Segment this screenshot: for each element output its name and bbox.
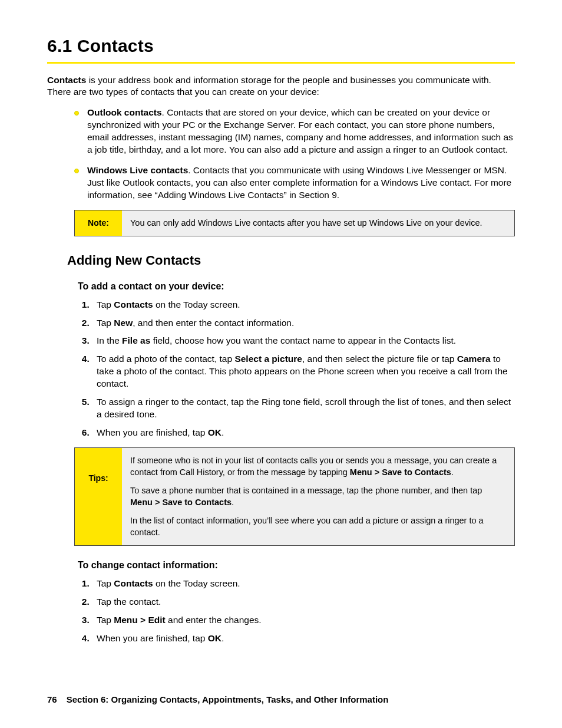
bullet-bold: Windows Live contacts — [87, 165, 188, 175]
step-bold: Camera — [457, 354, 491, 364]
footer-section: Section 6: Organizing Contacts, Appointm… — [67, 694, 389, 704]
step-text: Tap — [97, 318, 114, 328]
list-item: Windows Live contacts. Contacts that you… — [74, 164, 515, 202]
step-bold: Select a picture — [234, 354, 302, 364]
step-text: Tap the contact. — [97, 597, 161, 607]
list-item: Outlook contacts. Contacts that are stor… — [74, 107, 515, 156]
tip-paragraph: To save a phone number that is contained… — [130, 485, 506, 508]
step-text: Tap — [97, 299, 114, 309]
step-item: To assign a ringer to the contact, tap t… — [92, 396, 515, 421]
tip-text: . — [451, 467, 454, 477]
tips-body: If someone who is not in your list of co… — [122, 448, 514, 545]
subheading-adding-contacts: Adding New Contacts — [67, 252, 515, 269]
tip-bold: Menu > Save to Contacts — [130, 498, 232, 507]
step-bold: Menu > Edit — [114, 615, 165, 625]
page-footer: 76Section 6: Organizing Contacts, Appoin… — [47, 694, 388, 706]
tip-bold: Menu > Save to Contacts — [350, 467, 451, 477]
step-text: and enter the changes. — [166, 615, 262, 625]
step-bold: OK — [208, 427, 222, 437]
step-text: When you are finished, tap — [97, 633, 208, 643]
step-bold: Contacts — [114, 299, 153, 309]
step-item: Tap the contact. — [92, 596, 515, 608]
heading-rule — [47, 62, 515, 64]
step-item: Tap Menu > Edit and enter the changes. — [92, 614, 515, 627]
note-callout: Note: You can only add Windows Live cont… — [74, 210, 515, 237]
step-text: . — [222, 633, 224, 643]
step-item: In the File as field, choose how you wan… — [92, 335, 515, 347]
step-text: on the Today screen. — [153, 299, 240, 309]
steps-add-contact: Tap Contacts on the Today screen. Tap Ne… — [92, 299, 515, 439]
page-number: 76 — [47, 694, 57, 704]
step-text: field, choose how you want the contact n… — [150, 335, 456, 345]
task-heading-change-contact: To change contact information: — [78, 559, 515, 572]
step-bold: New — [114, 318, 133, 328]
step-text: When you are finished, tap — [97, 427, 208, 437]
step-text: . — [222, 427, 224, 437]
tips-label: Tips: — [75, 448, 122, 545]
tip-text: In the list of contact information, you’… — [130, 516, 484, 537]
tips-callout: Tips: If someone who is not in your list… — [74, 447, 515, 546]
task-heading-add-contact: To add a contact on your device: — [78, 280, 515, 293]
step-text: To assign a ringer to the contact, tap t… — [97, 397, 511, 419]
page: 6.1 Contacts Contacts is your address bo… — [0, 0, 562, 728]
step-text: on the Today screen. — [153, 578, 240, 588]
tip-paragraph: If someone who is not in your list of co… — [130, 455, 506, 478]
step-text: In the — [97, 335, 122, 345]
step-bold: OK — [208, 633, 222, 643]
step-text: Tap — [97, 615, 114, 625]
steps-change-contact: Tap Contacts on the Today screen. Tap th… — [92, 578, 515, 645]
tip-text: . — [232, 498, 234, 507]
step-bold: Contacts — [114, 578, 153, 588]
step-text: , and then select the picture file or ta… — [302, 354, 457, 364]
step-item: To add a photo of the contact, tap Selec… — [92, 353, 515, 390]
intro-paragraph: Contacts is your address book and inform… — [47, 74, 515, 99]
step-item: Tap Contacts on the Today screen. — [92, 299, 515, 311]
note-body: You can only add Windows Live contacts a… — [122, 210, 514, 236]
intro-lead-bold: Contacts — [47, 75, 86, 85]
note-label: Note: — [75, 210, 122, 236]
step-text: Tap — [97, 578, 114, 588]
step-text: To add a photo of the contact, tap — [97, 354, 234, 364]
step-item: Tap Contacts on the Today screen. — [92, 578, 515, 590]
step-item: When you are finished, tap OK. — [92, 427, 515, 439]
tip-text: To save a phone number that is contained… — [130, 486, 482, 495]
tip-paragraph: In the list of contact information, you’… — [130, 515, 506, 538]
step-item: When you are finished, tap OK. — [92, 633, 515, 645]
contact-types-list: Outlook contacts. Contacts that are stor… — [74, 107, 515, 201]
step-text: , and then enter the contact information… — [133, 318, 294, 328]
step-bold: File as — [122, 335, 150, 345]
section-heading: 6.1 Contacts — [47, 34, 515, 58]
note-text: You can only add Windows Live contacts a… — [130, 218, 506, 229]
bullet-bold: Outlook contacts — [87, 107, 162, 117]
step-item: Tap New, and then enter the contact info… — [92, 317, 515, 330]
intro-lead-rest: is your address book and information sto… — [47, 75, 491, 97]
